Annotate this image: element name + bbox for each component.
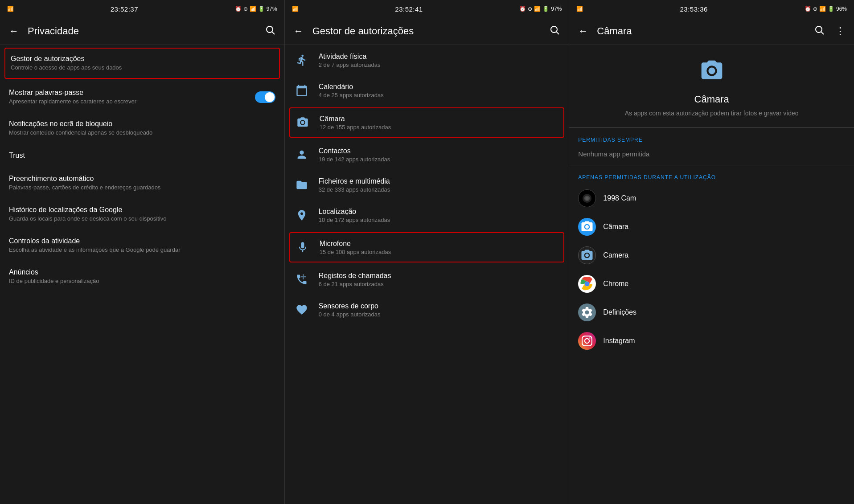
perm-text-camara: Câmara 12 de 155 apps autorizadas (320, 115, 559, 131)
perm-item-contactos[interactable]: Contactos 19 de 142 apps autorizadas (285, 139, 569, 170)
list-item-anuncios[interactable]: Anúncios ID de publicidade e personaliza… (0, 261, 284, 292)
toggle-palavras-passe[interactable] (255, 91, 275, 103)
perm-subtitle-microfone: 15 de 108 apps autorizadas (320, 249, 559, 255)
mic-icon (295, 239, 311, 255)
app-icon-definicoes (578, 303, 596, 321)
perm-title-contactos: Contactos (319, 147, 560, 155)
list-item-subtitle-hist: Guarda os locais para onde se desloca co… (9, 215, 275, 223)
battery-icon-1: 🔋 (258, 6, 265, 12)
camera-detail-title: Câmara (694, 94, 729, 105)
app-item-1998cam[interactable]: 1998 Cam (569, 184, 854, 213)
heart-icon (294, 302, 310, 318)
perm-item-camara[interactable]: Câmara 12 de 155 apps autorizadas (289, 107, 565, 138)
search-button-1[interactable] (263, 23, 277, 40)
page-title-2: Gestor de autorizações (312, 25, 541, 37)
list-item-title-preench: Preenchimento automático (9, 175, 275, 183)
perm-text-ficheiros: Ficheiros e multimédia 32 de 333 apps au… (319, 177, 560, 193)
app-item-camera[interactable]: Camera (569, 241, 854, 270)
back-button-2[interactable]: ← (292, 24, 305, 39)
dnd-icon-1: ⊖ (243, 6, 248, 12)
perm-text-calendario: Calendário 4 de 25 apps autorizadas (319, 83, 560, 98)
perm-item-atividade[interactable]: Atividade física 2 de 7 apps autorizadas (285, 45, 569, 75)
status-left-3: 📶 (576, 6, 583, 12)
status-left-1: 📶 (7, 6, 14, 12)
perm-item-registos[interactable]: Registos de chamadas 6 de 21 apps autori… (285, 264, 569, 295)
perm-title-camara: Câmara (320, 115, 559, 123)
location-icon (294, 207, 310, 223)
perm-item-localizacao[interactable]: Localização 10 de 172 apps autorizadas (285, 200, 569, 230)
app-name-camera: Camera (603, 251, 628, 259)
panel-privacidade: 📶 23:52:37 ⏰ ⊖ 📶 🔋 97% ← Privacidade Ges… (0, 0, 285, 504)
person-icon (294, 147, 310, 163)
status-time-1: 23:52:37 (111, 5, 138, 13)
section-empty-permitidas: Nenhuma app permitida (569, 147, 854, 165)
app-icon-chrome (578, 275, 596, 293)
list-item-preenchimento[interactable]: Preenchimento automático Palavras-passe,… (0, 168, 284, 199)
list-item-palavras-passe[interactable]: Mostrar palavras-passe Apresentar rapida… (0, 82, 284, 113)
camera-detail-subtitle: As apps com esta autorização podem tirar… (625, 109, 799, 118)
app-name-definicoes: Definições (603, 308, 636, 316)
dnd-icon-2: ⊖ (528, 6, 532, 12)
perm-subtitle-localizacao: 10 de 172 apps autorizadas (319, 217, 560, 223)
section-header-permitidas: PERMITIDAS SEMPRE (569, 128, 854, 147)
perm-item-ficheiros[interactable]: Ficheiros e multimédia 32 de 333 apps au… (285, 170, 569, 200)
camera-header: Câmara As apps com esta autorização pode… (569, 45, 854, 127)
list-item-subtitle-palavras: Apresentar rapidamente os carateres ao e… (9, 98, 136, 106)
app-item-chrome[interactable]: Chrome (569, 270, 854, 298)
list-item-historico[interactable]: Histórico de localizações da Google Guar… (0, 199, 284, 230)
folder-icon (294, 177, 310, 193)
panel-gestor: 📶 23:52:41 ⏰ ⊖ 📶 🔋 97% ← Gestor de autor… (285, 0, 570, 504)
page-title-1: Privacidade (28, 25, 256, 37)
status-left-2: 📶 (292, 6, 299, 12)
app-name-instagram: Instagram (603, 337, 635, 345)
back-button-1[interactable]: ← (7, 24, 21, 39)
app-item-definicoes[interactable]: Definições (569, 298, 854, 327)
list-item-notificacoes[interactable]: Notificações no ecrã de bloqueio Mostrar… (0, 113, 284, 144)
app-item-camara[interactable]: Câmara (569, 213, 854, 241)
search-button-2[interactable] (547, 23, 562, 40)
list-item-trust[interactable]: Trust (0, 144, 284, 168)
list-item-gestor[interactable]: Gestor de autorizações Controle o acesso… (4, 48, 280, 79)
alarm-icon-3: ⏰ (805, 6, 811, 12)
wifi-icon-3: 📶 (819, 6, 826, 12)
battery-pct-2: 97% (551, 6, 562, 12)
status-time-3: 23:53:36 (680, 5, 707, 13)
perm-title-ficheiros: Ficheiros e multimédia (319, 177, 560, 185)
svg-point-10 (585, 281, 590, 286)
list-item-subtitle-preench: Palavras-passe, cartões de crédito e end… (9, 184, 275, 192)
perm-item-calendario[interactable]: Calendário 4 de 25 apps autorizadas (285, 75, 569, 106)
list-item-title-anun: Anúncios (9, 268, 275, 276)
perm-title-microfone: Microfone (320, 240, 559, 248)
battery-icon-3: 🔋 (828, 6, 834, 12)
perm-item-sensores[interactable]: Sensores de corpo 0 de 4 apps autorizada… (285, 295, 569, 325)
perm-item-microfone[interactable]: Microfone 15 de 108 apps autorizadas (289, 232, 565, 262)
list-item-title-trust: Trust (9, 152, 275, 160)
app-item-instagram[interactable]: Instagram (569, 327, 854, 355)
back-button-3[interactable]: ← (576, 24, 590, 39)
status-right-2: ⏰ ⊖ 📶 🔋 97% (519, 6, 562, 12)
list-item-controlos[interactable]: Controlos da atividade Escolha as ativid… (0, 230, 284, 261)
camera-icon-perm (295, 115, 311, 131)
app-icon-1998cam (578, 189, 596, 207)
battery-pct-1: 97% (267, 6, 277, 12)
wifi-icon-1: 📶 (250, 6, 256, 12)
list-item-title-notif: Notificações no ecrã de bloqueio (9, 120, 275, 128)
perm-subtitle-contactos: 19 de 142 apps autorizadas (319, 156, 560, 163)
app-icon-instagram (578, 332, 596, 350)
app-icon-camera (578, 246, 596, 264)
app-name-1998cam: 1998 Cam (603, 194, 636, 202)
top-bar-3: ← Câmara ⋮ (569, 18, 854, 45)
list-item-title-palavras: Mostrar palavras-passe (9, 89, 136, 97)
status-bar-3: 📶 23:53:36 ⏰ ⊖ 📶 🔋 96% (569, 0, 854, 18)
more-button-3[interactable]: ⋮ (833, 24, 847, 39)
svg-point-2 (551, 26, 557, 33)
content-2: Atividade física 2 de 7 apps autorizadas… (285, 45, 569, 504)
search-button-3[interactable] (812, 23, 826, 40)
perm-title-atividade: Atividade física (319, 53, 560, 61)
walk-icon (294, 52, 310, 68)
list-item-title-hist: Histórico de localizações da Google (9, 206, 275, 214)
alarm-icon-2: ⏰ (519, 6, 526, 12)
list-item-subtitle-notif: Mostrar conteúdo confidencial apenas se … (9, 129, 275, 137)
section-header-apenas: APENAS PERMITIDAS DURANTE A UTILIZAÇÃO (569, 165, 854, 184)
app-icon-camara (578, 218, 596, 236)
